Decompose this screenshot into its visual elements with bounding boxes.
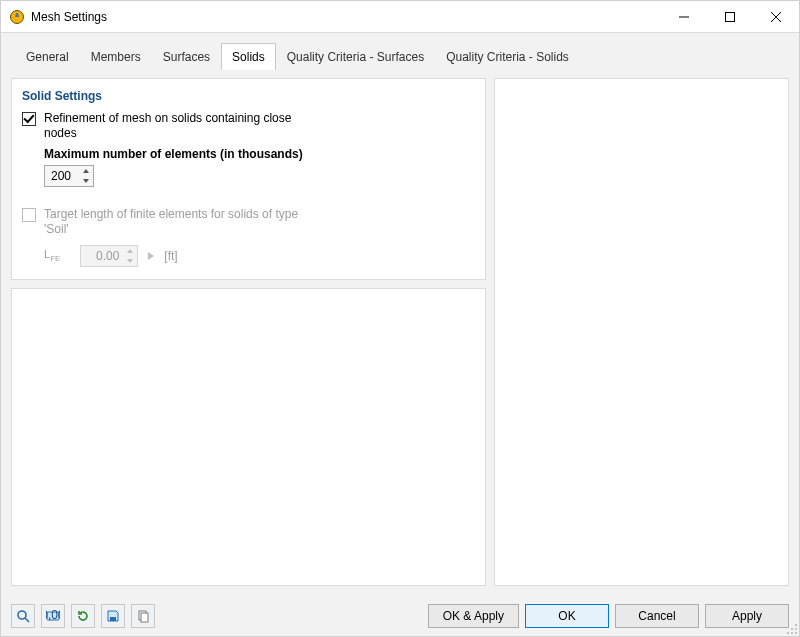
soil-target-length-checkbox (22, 208, 36, 222)
tab-general[interactable]: General (15, 43, 80, 70)
go-arrow-icon (144, 249, 158, 263)
units-icon[interactable]: 0,00 (41, 604, 65, 628)
tab-surfaces[interactable]: Surfaces (152, 43, 221, 70)
apply-button[interactable]: Apply (705, 604, 789, 628)
svg-rect-1 (679, 16, 689, 17)
max-elements-label: Maximum number of elements (in thousands… (44, 147, 475, 161)
spinner-down-icon (123, 256, 137, 266)
left-empty-panel (11, 288, 486, 586)
lfe-symbol: LFE (44, 248, 60, 263)
svg-rect-9 (141, 613, 148, 622)
max-elements-spinner[interactable] (44, 165, 94, 187)
tab-members[interactable]: Members (80, 43, 152, 70)
tab-strip: General Members Surfaces Solids Quality … (1, 33, 799, 70)
ok-and-apply-button[interactable]: OK & Apply (428, 604, 519, 628)
save-default-icon[interactable] (101, 604, 125, 628)
close-button[interactable] (753, 1, 799, 33)
minimize-button[interactable] (661, 1, 707, 33)
svg-rect-2 (726, 12, 735, 21)
refinement-label: Refinement of mesh on solids containing … (44, 111, 324, 141)
resize-grip-icon[interactable] (783, 620, 797, 634)
tab-quality-solids[interactable]: Quality Criteria - Solids (435, 43, 580, 70)
app-icon (9, 9, 25, 25)
cancel-button[interactable]: Cancel (615, 604, 699, 628)
lfe-spinner (80, 245, 138, 267)
lfe-unit: [ft] (164, 249, 177, 263)
ok-button[interactable]: OK (525, 604, 609, 628)
maximize-button[interactable] (707, 1, 753, 33)
soil-target-length-label: Target length of finite elements for sol… (44, 207, 324, 237)
copy-icon[interactable] (131, 604, 155, 628)
tab-solids[interactable]: Solids (221, 43, 276, 70)
spinner-down-icon[interactable] (79, 176, 93, 186)
svg-point-3 (18, 611, 26, 619)
solid-settings-panel: Solid Settings Refinement of mesh on sol… (11, 78, 486, 280)
details-icon[interactable] (11, 604, 35, 628)
refinement-checkbox[interactable] (22, 112, 36, 126)
lfe-input (81, 246, 123, 266)
window-title: Mesh Settings (31, 10, 107, 24)
spinner-up-icon[interactable] (79, 166, 93, 176)
right-preview-panel (494, 78, 789, 586)
tab-quality-surfaces[interactable]: Quality Criteria - Surfaces (276, 43, 435, 70)
svg-rect-7 (110, 617, 116, 621)
bottom-bar: 0,00 OK & Apply OK Cancel Apply (1, 596, 799, 636)
svg-text:0,00: 0,00 (46, 609, 60, 622)
solid-settings-header: Solid Settings (22, 89, 475, 103)
reset-icon[interactable] (71, 604, 95, 628)
max-elements-input[interactable] (45, 166, 79, 186)
svg-line-4 (25, 618, 29, 622)
spinner-up-icon (123, 246, 137, 256)
